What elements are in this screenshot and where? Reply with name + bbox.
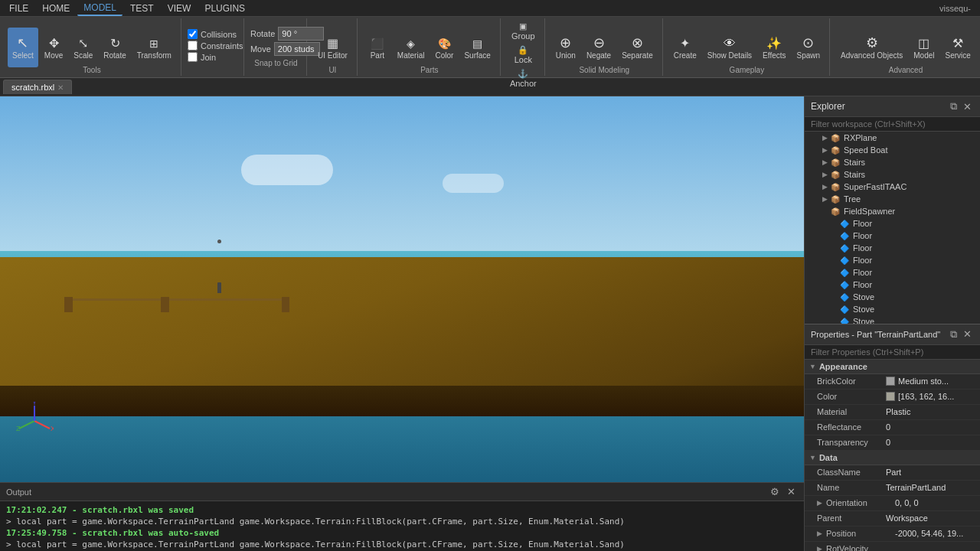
item-label-stove3: Stove — [853, 317, 874, 324]
move-button[interactable]: Move — [40, 28, 67, 67]
transform-button[interactable]: Transform — [132, 28, 176, 67]
tree-item-rxplane[interactable]: ▶📦RXPlane — [805, 132, 980, 144]
item-icon-tree: 📦 — [829, 195, 841, 204]
item-icon-floor4: 🔷 — [838, 256, 851, 265]
properties-new-window-button[interactable]: ⧉ — [948, 328, 959, 341]
properties-close-button[interactable]: ✕ — [961, 328, 974, 341]
tab-scratch-rbxl[interactable]: scratch.rbxl ✕ — [3, 80, 72, 94]
tree-item-floor6[interactable]: 🔷Floor — [805, 279, 980, 291]
menu-view[interactable]: VIEW — [162, 2, 198, 15]
scale-button[interactable]: Scale — [69, 28, 97, 67]
output-content[interactable]: 17:21:02.247 - scratch.rbxl was saved > … — [0, 501, 804, 551]
tree-item-floor5[interactable]: 🔷Floor — [805, 266, 980, 279]
ui-editor-button[interactable]: UI Editor — [313, 28, 352, 67]
tab-close-icon[interactable]: ✕ — [57, 83, 64, 92]
appearance-section-header[interactable]: ▼ Appearance — [805, 360, 980, 374]
negate-button[interactable]: Negate — [582, 28, 616, 67]
properties-header: Properties - Part "TerrainPartLand" ⧉ ✕ — [805, 324, 980, 345]
tree-item-stove1[interactable]: 🔷Stove — [805, 291, 980, 303]
username: vissequ- — [939, 4, 977, 13]
menu-home[interactable]: HOME — [36, 2, 76, 15]
explorer-tree[interactable]: ▶📦RXPlane▶📦Speed Boat▶📦Stairs▶📦Stairs▶📦S… — [805, 132, 980, 324]
svg-text:Z: Z — [16, 425, 21, 432]
item-icon-floor5: 🔷 — [838, 269, 851, 277]
menu-model[interactable]: MODEL — [77, 1, 122, 16]
output-line-3: 17:25:49.758 - scratch.rbxl was auto-sav… — [6, 527, 798, 539]
tree-item-superfastITAAC[interactable]: ▶📦SuperFastITAAC — [805, 181, 980, 193]
menu-file[interactable]: FILE — [3, 2, 34, 15]
data-section-header[interactable]: ▼ Data — [805, 451, 980, 465]
rotvelocity-expand: ▶ — [817, 545, 826, 551]
advanced-section: Advanced Objects Model Service Advanced — [831, 18, 980, 76]
tree-item-stairs1[interactable]: ▶📦Stairs — [805, 156, 980, 168]
viewport-canvas[interactable]: X Z Y — [0, 96, 804, 482]
dock-post-2 — [161, 297, 169, 312]
tree-item-tree[interactable]: ▶📦Tree — [805, 193, 980, 205]
output-header: Output ⚙ ✕ — [0, 483, 804, 501]
ui-section: UI Editor UI — [309, 18, 358, 76]
menu-plugins[interactable]: PLUGINS — [198, 2, 251, 15]
model-button[interactable]: Model — [909, 28, 939, 67]
tree-item-stove2[interactable]: 🔷Stove — [805, 303, 980, 315]
anchor-button[interactable]: ⚓ Anchor — [507, 67, 540, 90]
advanced-objects-button[interactable]: Advanced Objects — [836, 28, 907, 67]
rotate-button[interactable]: Rotate — [99, 28, 130, 67]
join-checkbox[interactable] — [188, 52, 198, 62]
tree-item-stairs2[interactable]: ▶📦Stairs — [805, 168, 980, 181]
menu-test[interactable]: TEST — [124, 2, 160, 15]
properties-content[interactable]: ▼ Appearance BrickColor Medium sto... Co… — [805, 360, 980, 552]
color-value: [163, 162, 16... — [886, 392, 975, 401]
rotvelocity-row[interactable]: ▶ RotVelocity — [805, 542, 980, 552]
tree-item-floor4[interactable]: 🔷Floor — [805, 254, 980, 266]
explorer-close-button[interactable]: ✕ — [961, 99, 974, 113]
explorer-header: Explorer ⧉ ✕ — [805, 96, 980, 117]
service-button[interactable]: Service — [941, 28, 975, 67]
tree-item-fieldspawner[interactable]: 📦FieldSpawner — [805, 205, 980, 217]
tree-item-stove3[interactable]: 🔷Stove — [805, 315, 980, 324]
material-button[interactable]: Material — [393, 28, 430, 67]
properties-filter-input[interactable] — [805, 345, 980, 360]
union-button[interactable]: Union — [551, 28, 580, 67]
output-line-4: > local part = game.Workspace.TerrainPar… — [6, 539, 798, 550]
effects-button[interactable]: Effects — [758, 28, 790, 67]
item-icon-stairs1: 📦 — [829, 158, 841, 167]
gameplay-label: Gameplay — [665, 66, 829, 74]
lock-button[interactable]: 🔒 Lock — [507, 44, 540, 66]
explorer-filter-input[interactable] — [805, 117, 980, 132]
ui-label: UI — [309, 66, 357, 74]
output-close-button[interactable]: ✕ — [785, 485, 798, 498]
tree-item-speedboat[interactable]: ▶📦Speed Boat — [805, 144, 980, 156]
item-label-stove1: Stove — [853, 292, 874, 302]
output-settings-button[interactable]: ⚙ — [768, 485, 782, 498]
color-button[interactable]: Color — [430, 28, 458, 67]
show-details-button[interactable]: Show Details — [703, 28, 756, 67]
tools-section: Select Move Scale Rotate Transform Tools — [3, 18, 181, 76]
viewport[interactable]: X Z Y Output ⚙ ✕ 17:21:02.247 - scratch.… — [0, 96, 804, 551]
parent-row: Parent Workspace — [805, 511, 980, 527]
spawn-button[interactable]: Spawn — [792, 28, 825, 67]
surface-button[interactable]: Surface — [459, 28, 495, 67]
orientation-value: 0, 0, 0 — [895, 498, 975, 507]
solid-modeling-label: Solid Modeling — [547, 66, 662, 74]
select-button[interactable]: Select — [8, 28, 38, 67]
position-value: -2000, 54.46, 19... — [895, 529, 975, 538]
transparency-name: Transparency — [817, 438, 886, 447]
brickcolor-value: Medium sto... — [886, 377, 975, 386]
part-button[interactable]: Part — [364, 28, 391, 67]
constraints-checkbox[interactable] — [188, 41, 198, 51]
tree-item-floor2[interactable]: 🔷Floor — [805, 230, 980, 242]
tree-item-floor1[interactable]: 🔷Floor — [805, 217, 980, 230]
position-row[interactable]: ▶ Position -2000, 54.46, 19... — [805, 527, 980, 542]
group-button[interactable]: ▣ Group — [507, 20, 540, 42]
orientation-row[interactable]: ▶ Orientation 0, 0, 0 — [805, 496, 980, 511]
tree-item-floor3[interactable]: 🔷Floor — [805, 242, 980, 254]
create-button[interactable]: Create — [669, 28, 701, 67]
explorer-new-window-button[interactable]: ⧉ — [948, 99, 959, 113]
join-label: Join — [201, 53, 216, 62]
expand-icon-tree: ▶ — [820, 195, 829, 203]
material-row: Material Plastic — [805, 405, 980, 420]
reflectance-value: 0 — [886, 422, 975, 432]
separate-button[interactable]: Separate — [617, 28, 658, 67]
classname-row: ClassName Part — [805, 465, 980, 481]
collisions-checkbox[interactable] — [188, 29, 198, 39]
